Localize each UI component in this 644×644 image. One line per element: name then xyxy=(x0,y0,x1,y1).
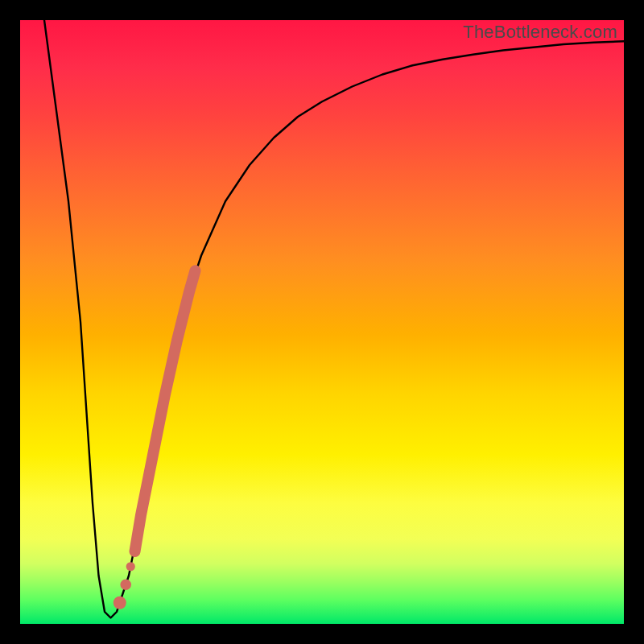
highlight-dot xyxy=(126,562,135,571)
highlight-dots xyxy=(114,562,135,609)
chart-frame: TheBottleneck.com xyxy=(0,0,644,644)
bottleneck-curve xyxy=(44,20,624,618)
highlight-dot xyxy=(120,579,131,590)
plot-area: TheBottleneck.com xyxy=(20,20,624,624)
curve-layer xyxy=(20,20,624,624)
highlight-dot xyxy=(114,597,126,609)
highlight-band xyxy=(135,270,196,551)
